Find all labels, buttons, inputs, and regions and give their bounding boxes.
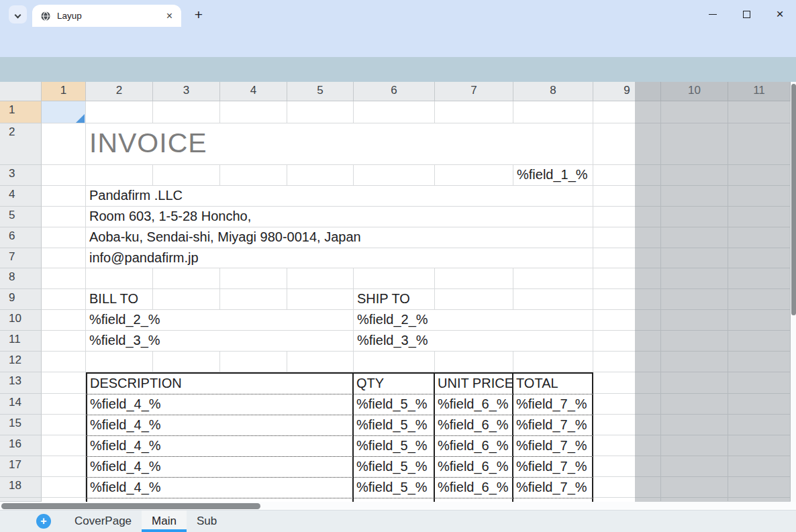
add-sheet-button[interactable]: +	[36, 514, 51, 529]
horizontal-scrollbar[interactable]	[0, 502, 796, 510]
sheet-tab-coverpage[interactable]: CoverPage	[64, 511, 142, 532]
cell-r17c7[interactable]: %field_6_%	[435, 456, 513, 477]
row-header-15[interactable]: 15	[0, 415, 42, 435]
cell-r8c2[interactable]	[86, 268, 153, 288]
row-header-14[interactable]: 14	[0, 394, 42, 415]
cell-r3c7[interactable]	[435, 165, 513, 185]
cell-r5c9[interactable]	[593, 207, 661, 227]
cell-r18c8[interactable]: %field_7_%	[513, 477, 593, 498]
cell-r18c9[interactable]	[593, 477, 661, 497]
row-header-17[interactable]: 17	[0, 456, 42, 477]
cell-r16c2[interactable]: %field_4_%	[86, 435, 354, 456]
row-header-18[interactable]: 18	[0, 477, 42, 498]
cell-r16c10[interactable]	[661, 435, 728, 456]
cell-r9c11[interactable]	[728, 289, 791, 309]
cell-r14c2[interactable]: %field_4_%	[86, 394, 354, 415]
cell-r15c8[interactable]: %field_7_%	[513, 415, 593, 435]
cell-r8c3[interactable]	[153, 268, 220, 288]
cell-r2c11[interactable]	[728, 123, 791, 164]
cell-r8c4[interactable]	[220, 268, 287, 288]
cell-r18c7[interactable]: %field_6_%	[435, 477, 513, 498]
cell-r4c11[interactable]	[728, 186, 791, 206]
cell-r3c8[interactable]: %field_1_%	[513, 165, 593, 185]
cell-r1c7[interactable]	[435, 101, 513, 123]
cell-r13c1[interactable]	[42, 372, 86, 393]
cell-r7c1[interactable]	[42, 248, 86, 268]
cell-r1c5[interactable]	[287, 101, 354, 123]
cell-r9c1[interactable]	[42, 289, 86, 309]
cell-r13c7[interactable]: UNIT PRICE	[435, 372, 513, 394]
cell-r4c9[interactable]	[593, 186, 661, 206]
cell-r13c8[interactable]: TOTAL	[513, 372, 593, 394]
row-header-3[interactable]: 3	[0, 165, 42, 186]
cell-r15c11[interactable]	[728, 415, 791, 435]
column-header-5[interactable]: 5	[287, 82, 354, 101]
tab-close-icon[interactable]: ×	[164, 10, 175, 22]
cell-r5c2[interactable]: Room 603, 1-5-28 Honcho,	[86, 207, 593, 227]
tab-search-button[interactable]	[9, 5, 27, 23]
cell-r1c10[interactable]	[661, 101, 728, 123]
cell-r7c11[interactable]	[728, 248, 791, 268]
cell-r3c4[interactable]	[220, 165, 287, 185]
cell-r18c10[interactable]	[661, 477, 728, 497]
sheet-tab-main[interactable]: Main	[142, 511, 187, 532]
cell-r3c1[interactable]	[42, 165, 86, 185]
cell-r8c10[interactable]	[661, 268, 728, 288]
cell-r9c7[interactable]	[435, 289, 513, 309]
row-header-7[interactable]: 7	[0, 248, 42, 268]
cell-r15c10[interactable]	[661, 415, 728, 435]
cell-r8c11[interactable]	[728, 268, 791, 288]
cell-r15c9[interactable]	[593, 415, 661, 435]
cell-r19c11[interactable]	[728, 498, 791, 501]
cell-r17c1[interactable]	[42, 456, 86, 476]
cell-r14c10[interactable]	[661, 394, 728, 414]
cell-r13c9[interactable]	[593, 372, 661, 393]
cell-r12c10[interactable]	[661, 352, 728, 372]
cell-r1c11[interactable]	[728, 101, 791, 123]
cell-r10c10[interactable]	[661, 310, 728, 330]
cell-r12c6[interactable]	[354, 352, 435, 372]
cell-r7c10[interactable]	[661, 248, 728, 268]
column-header-11[interactable]: 11	[728, 82, 791, 101]
cell-r14c8[interactable]: %field_7_%	[513, 394, 593, 415]
row-header-6[interactable]: 6	[0, 227, 42, 248]
cell-r11c11[interactable]	[728, 331, 791, 351]
cell-r12c7[interactable]	[435, 352, 513, 372]
cell-r9c5[interactable]	[287, 289, 354, 309]
row-header-2[interactable]: 2	[0, 123, 42, 165]
cell-r2c1[interactable]	[42, 123, 86, 164]
cell-r11c10[interactable]	[661, 331, 728, 351]
cell-r19c1[interactable]	[42, 498, 86, 501]
cell-r13c11[interactable]	[728, 372, 791, 393]
maximize-icon[interactable]	[740, 7, 753, 21]
row-header-8[interactable]: 8	[0, 268, 42, 289]
new-tab-button[interactable]: +	[190, 6, 207, 23]
cell-r6c10[interactable]	[661, 227, 728, 248]
cell-r18c1[interactable]	[42, 477, 86, 497]
cell-r12c1[interactable]	[42, 352, 86, 372]
cell-r14c6[interactable]: %field_5_%	[354, 394, 435, 415]
cell-r3c5[interactable]	[287, 165, 354, 185]
cell-r9c2[interactable]: BILL TO	[86, 289, 153, 309]
row-header-5[interactable]: 5	[0, 207, 42, 227]
cell-r1c8[interactable]	[513, 101, 593, 123]
cell-r13c10[interactable]	[661, 372, 728, 393]
cell-r6c2[interactable]: Aoba-ku, Sendai-shi, Miyagi 980-0014, Ja…	[86, 227, 593, 248]
cell-r11c2[interactable]: %field_3_%	[86, 331, 354, 351]
row-header-16[interactable]: 16	[0, 435, 42, 456]
minimize-icon[interactable]	[706, 7, 719, 21]
row-header-13[interactable]: 13	[0, 372, 42, 394]
cell-r3c6[interactable]	[354, 165, 435, 185]
cell-r15c1[interactable]	[42, 415, 86, 435]
cell-r14c11[interactable]	[728, 394, 791, 414]
cell-r18c6[interactable]: %field_5_%	[354, 477, 435, 498]
cell-r17c9[interactable]	[593, 456, 661, 476]
cell-r13c2[interactable]: DESCRIPTION	[86, 372, 354, 394]
cell-r12c4[interactable]	[220, 352, 287, 372]
cell-r19c9[interactable]	[593, 498, 661, 501]
cell-r18c2[interactable]: %field_4_%	[86, 477, 354, 498]
cell-r8c8[interactable]	[513, 268, 593, 288]
cell-r4c2[interactable]: Pandafirm .LLC	[86, 186, 593, 206]
vertical-scrollbar[interactable]	[791, 82, 796, 502]
cell-r10c9[interactable]	[593, 310, 661, 330]
